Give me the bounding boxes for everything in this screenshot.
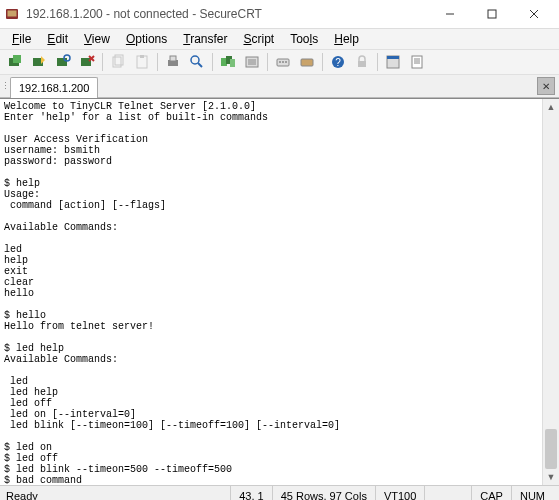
maximize-button[interactable]: [471, 0, 513, 28]
svg-point-32: [285, 61, 287, 63]
terminal-output[interactable]: Welcome to TinyCLR Telnet Server [2.1.0.…: [0, 99, 542, 485]
svg-point-30: [279, 61, 281, 63]
toolbar-session-options-button[interactable]: [241, 51, 263, 73]
window-title: 192.168.1.200 - not connected - SecureCR…: [26, 7, 429, 21]
scroll-down-arrow[interactable]: ▼: [543, 469, 559, 485]
toolbar-copy-button[interactable]: [107, 51, 129, 73]
status-bar: Ready 43, 1 45 Rows, 97 Cols VT100 CAP N…: [0, 485, 559, 500]
toolbar-properties-button[interactable]: [382, 51, 404, 73]
scroll-up-arrow[interactable]: ▲: [543, 99, 559, 115]
toolbar-quick-connect-button[interactable]: [28, 51, 50, 73]
svg-rect-9: [57, 58, 67, 66]
toolbar-separator: [322, 53, 323, 71]
svg-rect-33: [301, 59, 313, 66]
svg-line-4: [530, 10, 538, 18]
toolbar-find-button[interactable]: [186, 51, 208, 73]
tab-bar: ⋮ 192.168.1.200 ✕: [0, 75, 559, 98]
status-num: NUM: [511, 486, 553, 500]
menu-options[interactable]: Options: [118, 31, 175, 47]
toolbar-separator: [102, 53, 103, 71]
session-tab-label: 192.168.1.200: [19, 82, 89, 94]
toolbar-keymap-button[interactable]: [272, 51, 294, 73]
svg-rect-36: [358, 61, 366, 67]
svg-rect-19: [170, 56, 176, 61]
window-titlebar: 192.168.1.200 - not connected - SecureCR…: [0, 0, 559, 29]
svg-line-5: [530, 10, 538, 18]
vertical-scrollbar[interactable]: ▲ ▼: [542, 99, 559, 485]
menu-view[interactable]: View: [76, 31, 118, 47]
svg-rect-17: [140, 55, 144, 58]
svg-rect-1: [8, 11, 17, 17]
toolbar-separator: [157, 53, 158, 71]
status-cap: CAP: [471, 486, 511, 500]
toolbar-separator: [212, 53, 213, 71]
app-icon: [4, 6, 20, 22]
svg-rect-38: [387, 56, 399, 59]
toolbar-sessions-button[interactable]: [217, 51, 239, 73]
svg-point-31: [282, 61, 284, 63]
toolbar-log-button[interactable]: [406, 51, 428, 73]
svg-rect-3: [488, 10, 496, 18]
session-tab[interactable]: 192.168.1.200: [10, 77, 98, 98]
svg-rect-39: [412, 56, 422, 68]
svg-point-20: [191, 56, 199, 64]
toolbar: ?: [0, 49, 559, 75]
menu-script[interactable]: Script: [236, 31, 283, 47]
toolbar-colors-button[interactable]: [296, 51, 318, 73]
toolbar-separator: [377, 53, 378, 71]
status-cursor: 43, 1: [230, 486, 271, 500]
window-controls: [429, 0, 555, 28]
svg-text:?: ?: [335, 57, 341, 68]
toolbar-connect-button[interactable]: [4, 51, 26, 73]
tab-list-handle[interactable]: ⋮: [0, 75, 10, 97]
toolbar-print-button[interactable]: [162, 51, 184, 73]
status-ready: Ready: [6, 486, 230, 500]
tab-close-button[interactable]: ✕: [537, 77, 555, 95]
scroll-thumb[interactable]: [545, 429, 557, 469]
toolbar-help-button[interactable]: ?: [327, 51, 349, 73]
toolbar-lock-button[interactable]: [351, 51, 373, 73]
menu-tools[interactable]: Tools: [282, 31, 326, 47]
terminal-pane: Welcome to TinyCLR Telnet Server [2.1.0.…: [0, 98, 559, 485]
status-size: 45 Rows, 97 Cols: [272, 486, 375, 500]
toolbar-separator: [267, 53, 268, 71]
svg-rect-7: [13, 55, 21, 63]
close-button[interactable]: [513, 0, 555, 28]
menu-transfer[interactable]: Transfer: [175, 31, 235, 47]
svg-rect-24: [230, 59, 235, 67]
toolbar-reconnect-button[interactable]: [52, 51, 74, 73]
status-blank: [424, 486, 471, 500]
toolbar-disconnect-button[interactable]: [76, 51, 98, 73]
svg-line-21: [198, 63, 202, 67]
menu-help[interactable]: Help: [326, 31, 367, 47]
status-emulation: VT100: [375, 486, 424, 500]
menu-edit[interactable]: Edit: [39, 31, 76, 47]
toolbar-paste-button[interactable]: [131, 51, 153, 73]
menubar: Fdocument.currentScript.previousElementS…: [0, 29, 559, 49]
minimize-button[interactable]: [429, 0, 471, 28]
menu-file[interactable]: Fdocument.currentScript.previousElementS…: [4, 31, 39, 47]
